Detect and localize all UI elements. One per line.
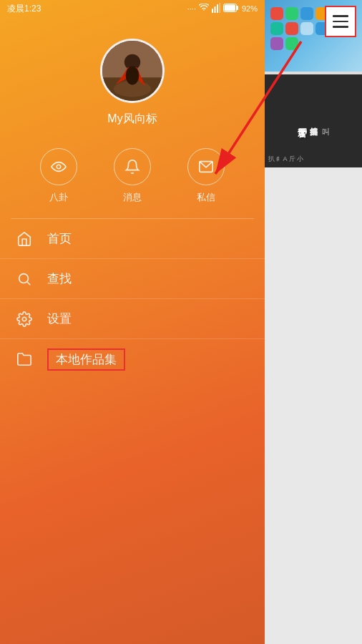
home-icon-wrapper — [14, 229, 34, 249]
right-panel: 于警厅 笑得抽筋 叫 扒♯ A 斤 小 — [265, 0, 362, 644]
svg-rect-1 — [214, 6, 215, 13]
menu-item-home[interactable]: 首页 — [0, 219, 265, 259]
menu-item-local-works[interactable]: 本地作品集 — [0, 339, 265, 379]
svg-rect-2 — [217, 4, 218, 13]
battery-icon — [223, 4, 239, 14]
messages-label: 消息 — [123, 191, 142, 204]
status-bar: 凌晨1:23 ···· — [0, 0, 265, 17]
hamburger-line-1 — [333, 15, 348, 17]
search-icon-wrapper — [14, 269, 34, 289]
svg-rect-6 — [224, 5, 235, 11]
private-label: 私信 — [197, 191, 215, 204]
action-messages[interactable]: 消息 — [114, 148, 151, 204]
status-icons: ···· — [187, 3, 258, 14]
svg-rect-3 — [219, 3, 220, 13]
messages-circle — [114, 148, 151, 185]
folder-icon — [16, 351, 32, 367]
profile-section: My风向标 — [0, 17, 265, 141]
status-time: 凌晨1:23 — [7, 3, 41, 15]
menu-item-search[interactable]: 查找 — [0, 259, 265, 299]
menu-settings-label: 设置 — [47, 311, 72, 327]
hamburger-line-3 — [333, 26, 348, 28]
private-circle — [187, 148, 225, 185]
right-second-image: 于警厅 笑得抽筋 叫 扒♯ A 斤 小 — [265, 74, 362, 167]
svg-line-15 — [27, 282, 30, 285]
menu-local-works-label: 本地作品集 — [47, 348, 125, 371]
mail-icon — [198, 159, 214, 175]
wifi-icon — [199, 4, 209, 14]
hamburger-line-2 — [333, 21, 348, 23]
eye-icon — [51, 159, 67, 175]
action-private[interactable]: 私信 — [187, 148, 225, 204]
svg-rect-0 — [212, 9, 213, 13]
svg-point-12 — [57, 165, 61, 169]
hamburger-button[interactable] — [325, 6, 356, 37]
right-panel-empty — [265, 167, 362, 644]
svg-point-11 — [126, 66, 140, 84]
search-icon — [16, 271, 32, 287]
gear-icon — [16, 311, 32, 327]
svg-rect-5 — [236, 6, 238, 10]
home-icon — [16, 231, 32, 247]
settings-icon-wrapper — [14, 309, 34, 329]
gossip-label: 八卦 — [49, 191, 68, 204]
calligraphy-mock: 于警厅 笑得抽筋 叫 扒♯ A 斤 小 — [265, 74, 362, 167]
gossip-circle — [40, 148, 77, 185]
svg-point-14 — [19, 273, 29, 283]
svg-point-16 — [22, 317, 26, 321]
battery-percent: 92% — [242, 4, 258, 13]
bell-icon — [124, 159, 140, 175]
menu-item-settings[interactable]: 设置 — [0, 299, 265, 339]
username: My风向标 — [107, 112, 157, 127]
menu-search-label: 查找 — [47, 270, 72, 287]
network-icon — [212, 3, 220, 14]
signal-icon: ···· — [187, 4, 196, 13]
action-gossip[interactable]: 八卦 — [40, 148, 77, 204]
avatar[interactable] — [100, 39, 165, 103]
sidebar: 凌晨1:23 ···· — [0, 0, 265, 644]
action-row: 八卦 消息 私信 — [0, 141, 265, 218]
folder-icon-wrapper — [14, 349, 34, 369]
menu-home-label: 首页 — [47, 230, 72, 247]
